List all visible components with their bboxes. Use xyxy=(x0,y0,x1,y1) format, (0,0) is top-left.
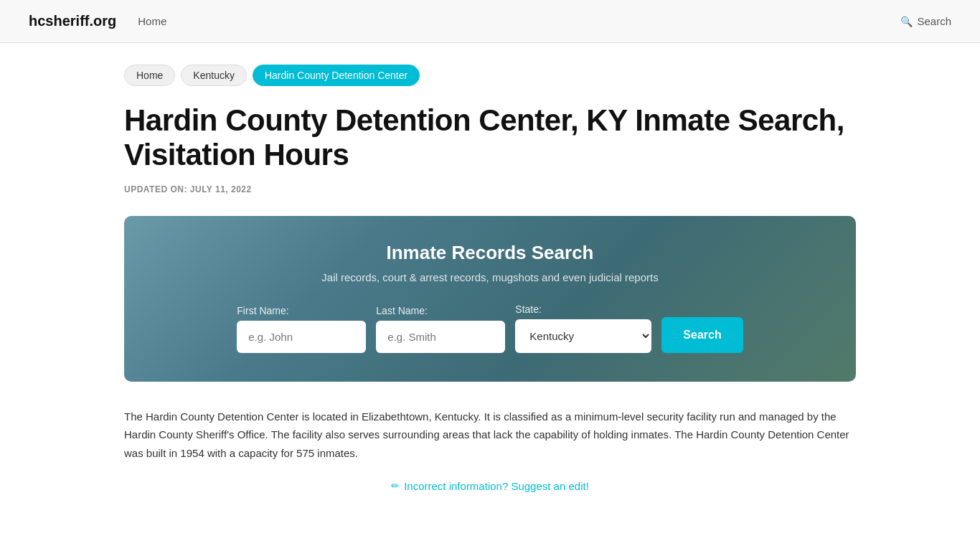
site-logo[interactable]: hcsheriff.org xyxy=(29,13,116,29)
search-form: First Name: Last Name: State: Kentucky A… xyxy=(153,303,827,353)
breadcrumb: Home Kentucky Hardin County Detention Ce… xyxy=(124,65,856,86)
last-name-group: Last Name: xyxy=(376,305,505,353)
search-button[interactable]: Search xyxy=(661,317,743,353)
last-name-input[interactable] xyxy=(376,321,505,353)
pencil-icon: ✏ xyxy=(391,480,400,491)
site-header: hcsheriff.org Home 🔍 Search xyxy=(0,0,980,43)
nav-home-link[interactable]: Home xyxy=(138,15,166,27)
suggest-edit-container: ✏ Incorrect information? Suggest an edit… xyxy=(124,479,856,492)
breadcrumb-current[interactable]: Hardin County Detention Center xyxy=(253,65,420,86)
state-label: State: xyxy=(515,303,651,315)
header-search-button[interactable]: 🔍 Search xyxy=(900,15,951,27)
first-name-group: First Name: xyxy=(237,305,366,353)
state-select[interactable]: Kentucky Alabama Alaska Arizona Arkansas… xyxy=(515,319,651,353)
first-name-input[interactable] xyxy=(237,321,366,353)
main-content: Home Kentucky Hardin County Detention Ce… xyxy=(95,43,885,521)
widget-subtitle: Jail records, court & arrest records, mu… xyxy=(153,271,827,283)
breadcrumb-home[interactable]: Home xyxy=(124,65,175,86)
state-group: State: Kentucky Alabama Alaska Arizona A… xyxy=(515,303,651,353)
inmate-search-widget: Inmate Records Search Jail records, cour… xyxy=(124,216,856,382)
last-name-label: Last Name: xyxy=(376,305,505,316)
widget-title: Inmate Records Search xyxy=(153,242,827,264)
page-title: Hardin County Detention Center, KY Inmat… xyxy=(124,103,856,173)
search-icon: 🔍 xyxy=(900,16,913,27)
suggest-edit-label: Incorrect information? Suggest an edit! xyxy=(404,480,589,492)
breadcrumb-kentucky[interactable]: Kentucky xyxy=(181,65,247,86)
updated-on: UPDATED ON: JULY 11, 2022 xyxy=(124,184,856,194)
first-name-label: First Name: xyxy=(237,305,366,316)
header-search-label: Search xyxy=(917,15,951,27)
description-text: The Hardin County Detention Center is lo… xyxy=(124,408,856,463)
header-left: hcsheriff.org Home xyxy=(29,13,166,29)
suggest-edit-link[interactable]: ✏ Incorrect information? Suggest an edit… xyxy=(391,480,589,492)
